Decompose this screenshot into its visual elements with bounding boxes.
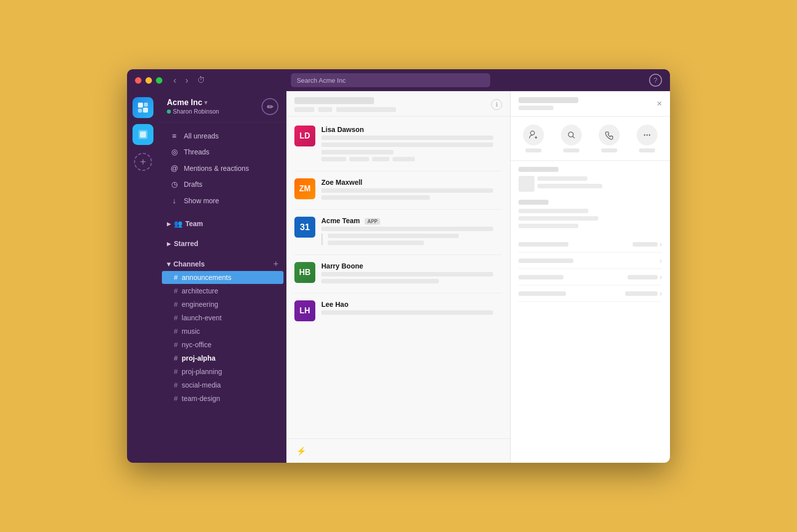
workspace-icon-secondary[interactable] [133,124,153,145]
avatar-acme-team: 31 [294,217,315,238]
right-skel [519,209,588,213]
team-icon: 👥 [174,220,182,228]
channel-item-launch-event[interactable]: # launch-event [162,311,283,324]
message-content-acme-team: Acme Team APP [321,217,502,248]
team-section-header[interactable]: ▶ 👥 Team [159,217,286,231]
add-channel-button[interactable]: + [273,260,278,268]
compose-button[interactable]: ✏ [262,98,278,115]
message-item-acme-team[interactable]: 31 Acme Team APP [286,212,510,253]
skel-2 [318,107,332,112]
right-section-1 [519,167,662,192]
hash-icon: # [174,327,178,335]
panel-header-info-icon[interactable]: ℹ [491,99,502,110]
channel-name: architecture [182,287,218,295]
channel-item-announcements[interactable]: # announcements [162,271,283,284]
search-bar[interactable]: Search Acme Inc [291,73,490,87]
svg-rect-1 [144,103,148,107]
nav-label-mentions: Mentions & reactions [184,164,249,172]
status-dot-icon [167,110,171,114]
forward-button[interactable]: › [182,75,191,86]
channel-item-team-design[interactable]: # team-design [162,392,283,405]
phone-icon [599,125,620,145]
channel-name: launch-event [182,314,222,322]
channel-item-nyc-office[interactable]: # nyc-office [162,338,283,351]
channels-label: Channels [173,260,205,268]
team-label: Team [185,220,203,228]
avatar-harry: HB [294,262,315,283]
message-item-lisa[interactable]: LD Lisa Dawson [286,121,510,169]
right-skel [519,200,548,205]
close-window-button[interactable] [135,77,141,84]
channel-item-proj-planning[interactable]: # proj-planning [162,365,283,378]
channel-name: social-media [182,381,221,389]
action-more[interactable] [637,125,658,152]
app-window: ‹ › ⏱ Search Acme Inc ? [127,69,670,463]
channel-item-engineering[interactable]: # engineering [162,298,283,311]
add-member-icon [523,125,544,145]
channel-item-social-media[interactable]: # social-media [162,379,283,392]
nav-item-all-unreads[interactable]: ≡ All unreads [162,128,283,143]
message-block [321,234,502,245]
channels-title[interactable]: ▾ Channels [167,260,205,268]
msg-skel [328,241,424,245]
history-button[interactable]: ⏱ [197,76,205,85]
message-content-lisa: Lisa Dawson [321,126,502,164]
right-list-item-1[interactable]: › [519,236,662,253]
nav-item-drafts[interactable]: ◷ Drafts [162,176,283,192]
message-item-harry[interactable]: HB Harry Boone [286,257,510,291]
right-list-item-2[interactable]: › [519,253,662,269]
fullscreen-window-button[interactable] [156,77,162,84]
panel-header: ℹ [286,91,510,117]
action-search[interactable] [561,125,582,152]
right-subtitle-skel [519,106,553,110]
channel-item-proj-alpha[interactable]: # proj-alpha [162,352,283,365]
nav-item-mentions[interactable]: @ Mentions & reactions [162,160,283,176]
nav-item-show-more[interactable]: ↓ Show more [162,193,283,208]
msg-skel [393,157,415,161]
right-title-skel [519,97,578,103]
action-add-member[interactable] [523,125,544,152]
msg-skel [321,157,346,161]
right-list-left-4 [519,291,566,296]
nav-item-threads[interactable]: ◎ Threads [162,144,283,160]
message-content-harry: Harry Boone [321,262,502,286]
show-more-icon: ↓ [170,196,179,205]
right-skel [519,259,573,263]
more-icon [637,125,658,145]
svg-point-8 [644,134,646,136]
workspace-icon-primary[interactable] [133,97,153,118]
help-button[interactable]: ? [649,74,662,87]
message-item-zoe[interactable]: ZM Zoe Maxwell [286,173,510,207]
all-unreads-icon: ≡ [170,132,179,140]
nav-buttons: ‹ › [170,75,191,86]
msg-skel [321,142,493,147]
right-skel [625,291,658,296]
starred-section-header[interactable]: ▶ Starred [159,237,286,251]
msg-skel [328,234,459,238]
lightning-icon[interactable]: ⚡ [294,444,308,458]
channel-item-architecture[interactable]: # architecture [162,284,283,297]
hash-icon: # [174,300,178,308]
close-right-panel-button[interactable]: × [657,99,662,108]
right-list-item-3[interactable]: › [519,269,662,285]
msg-skel [349,157,369,161]
workspace-name[interactable]: Acme Inc ▾ [167,98,219,107]
nav-label-drafts: Drafts [184,180,202,188]
minimize-window-button[interactable] [145,77,152,84]
app-badge: APP [365,218,380,225]
channel-item-music[interactable]: # music [162,325,283,338]
svg-point-10 [649,134,651,136]
starred-expand-icon: ▶ [167,241,171,247]
back-button[interactable]: ‹ [170,75,179,86]
action-call[interactable] [599,125,620,152]
right-skel [519,275,563,279]
right-list-item-4[interactable]: › [519,285,662,302]
right-section-2 [519,200,662,228]
right-skel [519,291,566,296]
add-workspace-button[interactable]: + [134,153,152,171]
section-channels: ▾ Channels + # announcements # architect… [159,254,286,408]
action-label-skel [563,148,579,152]
message-item-lee[interactable]: LH Lee Hao [286,295,510,326]
section-team: ▶ 👥 Team [159,214,286,234]
channel-name: proj-planning [182,368,222,376]
